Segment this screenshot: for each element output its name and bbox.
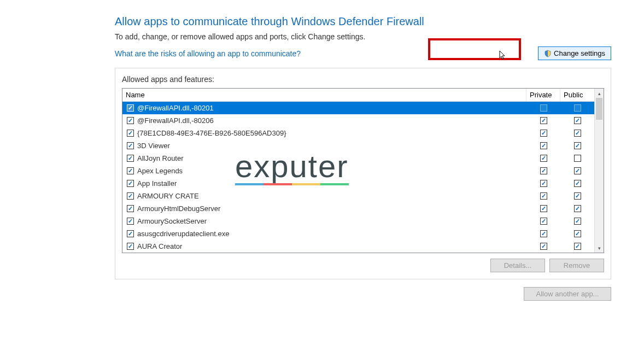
col-public[interactable]: Public: [560, 89, 594, 101]
app-name: ARMOURY CRATE: [137, 192, 199, 200]
table-row[interactable]: ArmouryHtmlDebugServer: [122, 202, 594, 215]
enable-checkbox[interactable]: [127, 142, 134, 149]
table-row[interactable]: 3D Viewer: [122, 139, 594, 152]
app-name: ArmourySocketServer: [137, 217, 207, 225]
page-title: Allow apps to communicate through Window…: [115, 15, 611, 28]
enable-checkbox[interactable]: [127, 130, 134, 137]
private-checkbox[interactable]: [540, 142, 547, 149]
public-checkbox[interactable]: [574, 142, 581, 149]
allow-another-app-button[interactable]: Allow another app...: [524, 287, 611, 301]
enable-checkbox[interactable]: [127, 117, 134, 124]
app-name: AURA Creator: [137, 242, 182, 250]
col-private[interactable]: Private: [526, 89, 560, 101]
shield-icon: [544, 50, 552, 57]
private-checkbox[interactable]: [540, 218, 547, 225]
public-checkbox[interactable]: [574, 167, 581, 174]
enable-checkbox[interactable]: [127, 192, 134, 200]
table-row[interactable]: asusgcdriverupdateclient.exe: [122, 227, 594, 240]
table-row[interactable]: AURA Creator: [122, 240, 594, 253]
public-checkbox[interactable]: [574, 130, 581, 137]
enable-checkbox[interactable]: [127, 180, 134, 187]
app-name: @FirewallAPI.dll,-80206: [137, 116, 214, 125]
public-checkbox[interactable]: [574, 104, 581, 112]
risk-link[interactable]: What are the risks of allowing an app to…: [115, 49, 301, 58]
scroll-thumb[interactable]: [596, 98, 602, 120]
private-checkbox[interactable]: [540, 155, 547, 162]
details-button[interactable]: Details...: [490, 259, 545, 272]
scroll-track[interactable]: [595, 98, 604, 243]
enable-checkbox[interactable]: [127, 155, 134, 162]
public-checkbox[interactable]: [574, 155, 581, 162]
public-checkbox[interactable]: [574, 218, 581, 225]
enable-checkbox[interactable]: [127, 218, 134, 225]
public-checkbox[interactable]: [574, 243, 581, 250]
enable-checkbox[interactable]: [127, 230, 134, 237]
public-checkbox[interactable]: [574, 180, 581, 187]
app-name: App Installer: [137, 179, 177, 188]
public-checkbox[interactable]: [574, 117, 581, 124]
public-checkbox[interactable]: [574, 192, 581, 200]
scroll-down-button[interactable]: ▾: [595, 243, 604, 253]
app-name: ArmouryHtmlDebugServer: [137, 204, 220, 213]
private-checkbox[interactable]: [540, 180, 547, 187]
table-row[interactable]: ArmourySocketServer: [122, 215, 594, 227]
table-row[interactable]: @FirewallAPI.dll,-80201: [122, 102, 594, 114]
app-name: Apex Legends: [137, 167, 183, 175]
col-name[interactable]: Name: [122, 89, 526, 101]
table-row[interactable]: Apex Legends: [122, 165, 594, 177]
table-row[interactable]: {78E1CD88-49E3-476E-B926-580E596AD309}: [122, 127, 594, 139]
scrollbar[interactable]: ▴ ▾: [594, 89, 604, 253]
private-checkbox[interactable]: [540, 205, 547, 212]
app-name: 3D Viewer: [137, 142, 170, 150]
table-row[interactable]: ARMOURY CRATE: [122, 190, 594, 202]
enable-checkbox[interactable]: [127, 104, 134, 112]
app-name: @FirewallAPI.dll,-80201: [137, 104, 214, 112]
table-row[interactable]: AllJoyn Router: [122, 152, 594, 165]
change-settings-button[interactable]: Change settings: [538, 46, 611, 60]
private-checkbox[interactable]: [540, 243, 547, 250]
table-header: Name Private Public: [122, 89, 594, 102]
enable-checkbox[interactable]: [127, 243, 134, 250]
allowed-apps-group: Allowed apps and features: Name Private …: [115, 68, 611, 279]
app-name: asusgcdriverupdateclient.exe: [137, 230, 229, 238]
private-checkbox[interactable]: [540, 167, 547, 174]
app-name: AllJoyn Router: [137, 154, 184, 162]
private-checkbox[interactable]: [540, 230, 547, 237]
apps-list: Name Private Public @FirewallAPI.dll,-80…: [122, 88, 604, 253]
page-subtitle: To add, change, or remove allowed apps a…: [115, 32, 611, 41]
private-checkbox[interactable]: [540, 104, 547, 112]
public-checkbox[interactable]: [574, 205, 581, 212]
group-label: Allowed apps and features:: [122, 75, 604, 84]
change-settings-label: Change settings: [554, 49, 605, 57]
public-checkbox[interactable]: [574, 230, 581, 237]
enable-checkbox[interactable]: [127, 167, 134, 174]
scroll-up-button[interactable]: ▴: [595, 89, 604, 98]
app-name: {78E1CD88-49E3-476E-B926-580E596AD309}: [137, 129, 286, 137]
table-row[interactable]: App Installer: [122, 177, 594, 190]
enable-checkbox[interactable]: [127, 205, 134, 212]
remove-button[interactable]: Remove: [549, 259, 604, 272]
private-checkbox[interactable]: [540, 117, 547, 124]
table-row[interactable]: @FirewallAPI.dll,-80206: [122, 114, 594, 127]
private-checkbox[interactable]: [540, 130, 547, 137]
private-checkbox[interactable]: [540, 192, 547, 200]
